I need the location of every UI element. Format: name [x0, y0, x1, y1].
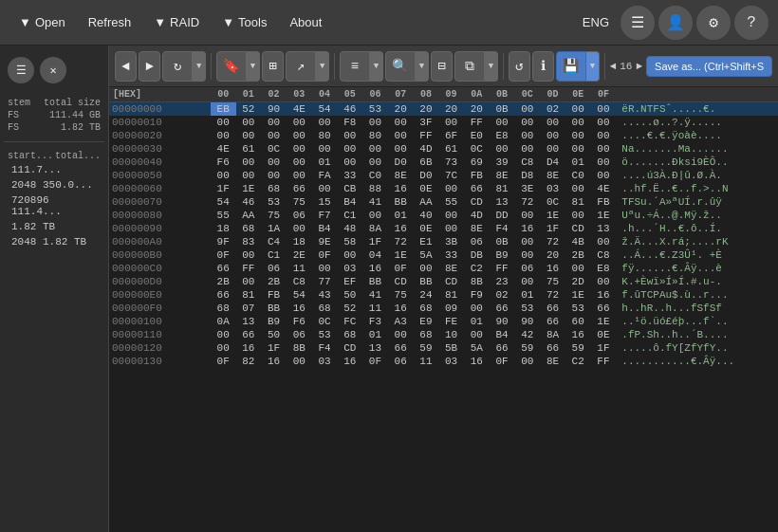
hex-cell[interactable]: 00 — [540, 142, 565, 156]
hex-cell[interactable]: 8E — [438, 262, 464, 275]
hex-cell[interactable]: C8 — [514, 156, 540, 169]
hex-cell[interactable]: 5A — [414, 248, 439, 262]
hex-cell[interactable]: F9 — [464, 288, 490, 302]
hex-cell[interactable]: 1F — [211, 182, 236, 195]
hex-cell[interactable]: DB — [464, 248, 490, 262]
hex-cell[interactable]: 11 — [414, 355, 439, 368]
table-row[interactable]: 000000A09F83C4189E581F72E13B060B00724B00… — [109, 235, 778, 248]
hex-cell[interactable]: 2E — [287, 248, 312, 262]
hex-cell[interactable]: 20 — [388, 102, 414, 117]
hex-cell[interactable]: 52 — [236, 102, 262, 117]
hex-cell[interactable]: 0E — [591, 328, 617, 341]
hex-cell[interactable]: 4E — [591, 182, 617, 195]
hex-cell[interactable]: 00 — [414, 262, 439, 275]
hex-cell[interactable]: 1F — [261, 341, 287, 355]
menu-open[interactable]: ▼ Open — [8, 0, 77, 46]
menu-refresh[interactable]: Refresh — [77, 0, 143, 46]
menu-about[interactable]: About — [278, 0, 333, 46]
hex-cell[interactable]: 00 — [464, 302, 490, 315]
hex-cell[interactable]: AA — [236, 209, 262, 222]
user-icon-btn[interactable]: 👤 — [658, 6, 693, 40]
hex-cell[interactable]: 00 — [514, 129, 540, 142]
hex-cell[interactable]: F4 — [312, 341, 338, 355]
hex-cell[interactable]: 00 — [211, 129, 236, 142]
hex-cell[interactable]: 11 — [287, 262, 312, 275]
hex-cell[interactable]: 00 — [236, 116, 262, 129]
hex-cell[interactable]: 61 — [438, 142, 464, 156]
hex-cell[interactable]: 9E — [312, 235, 338, 248]
hex-cell[interactable]: 00 — [591, 129, 617, 142]
hex-cell[interactable]: 00 — [565, 116, 591, 129]
hex-cell[interactable]: 59 — [514, 341, 540, 355]
hex-cell[interactable]: FF — [414, 129, 439, 142]
hex-cell[interactable]: 6F — [438, 129, 464, 142]
hex-cell[interactable]: 0C — [540, 195, 565, 209]
hex-cell[interactable]: 13 — [362, 341, 388, 355]
hex-cell[interactable]: 54 — [287, 288, 312, 302]
hex-cell[interactable]: 0C — [312, 315, 338, 328]
hex-cell[interactable]: 13 — [591, 222, 617, 235]
table-row[interactable]: 000000100000000000F800003F00FF0000000000… — [109, 116, 778, 129]
hex-cell[interactable]: 68 — [261, 182, 287, 195]
hex-cell[interactable]: 00 — [514, 248, 540, 262]
hex-cell[interactable]: 9F — [211, 235, 236, 248]
hex-cell[interactable]: 61 — [236, 142, 262, 156]
hex-cell[interactable]: 00 — [514, 355, 540, 368]
hex-cell[interactable]: 80 — [362, 129, 388, 142]
hex-cell[interactable]: 00 — [565, 262, 591, 275]
search-button[interactable]: 🔍 — [385, 51, 416, 82]
hex-cell[interactable]: 16 — [362, 262, 388, 275]
hex-cell[interactable]: 00 — [312, 116, 338, 129]
hex-cell[interactable]: 00 — [591, 156, 617, 169]
hex-container[interactable]: [HEX] 00 01 02 03 04 05 06 07 08 09 0A 0… — [109, 87, 778, 532]
hex-cell[interactable]: BB — [362, 275, 388, 288]
bookmark-button[interactable]: 🔖 — [216, 51, 247, 82]
hex-cell[interactable]: 3F — [414, 116, 439, 129]
hex-cell[interactable]: 59 — [414, 341, 439, 355]
hex-cell[interactable]: 00 — [362, 116, 388, 129]
menu-tools[interactable]: ▼ Tools — [211, 0, 278, 46]
hex-cell[interactable]: 20 — [414, 102, 439, 117]
hex-cell[interactable]: B4 — [337, 195, 362, 209]
hex-cell[interactable]: 00 — [261, 169, 287, 182]
hex-cell[interactable]: 2B — [565, 248, 591, 262]
hex-cell[interactable]: 53 — [312, 328, 338, 341]
hex-cell[interactable]: 90 — [261, 102, 287, 117]
hex-cell[interactable]: 68 — [312, 302, 338, 315]
table-row[interactable]: 0000008055AA7506F7C1000140004DDD001E001E… — [109, 209, 778, 222]
hex-cell[interactable]: 3E — [514, 182, 540, 195]
hex-cell[interactable]: 66 — [464, 182, 490, 195]
hex-cell[interactable]: 06 — [514, 262, 540, 275]
save-dropdown[interactable]: ▼ — [586, 51, 600, 82]
hex-cell[interactable]: 00 — [362, 209, 388, 222]
hex-cell[interactable]: B9 — [490, 248, 515, 262]
hex-cell[interactable]: 00 — [211, 341, 236, 355]
hex-cell[interactable]: 00 — [591, 169, 617, 182]
navigate-button[interactable]: ↗ — [286, 51, 316, 82]
hex-cell[interactable]: 00 — [211, 169, 236, 182]
hex-cell[interactable]: 01 — [388, 209, 414, 222]
hex-cell[interactable]: C1 — [261, 248, 287, 262]
hex-cell[interactable]: 1E — [591, 209, 617, 222]
sidebar-fs-row-0[interactable]: FS 111.44 GB — [6, 109, 102, 121]
list-button[interactable]: ≡ — [340, 51, 370, 82]
hex-cell[interactable]: C1 — [337, 209, 362, 222]
hex-cell[interactable]: 83 — [236, 235, 262, 248]
hex-cell[interactable]: CD — [565, 222, 591, 235]
hex-cell[interactable]: 66 — [287, 182, 312, 195]
hex-cell[interactable]: 53 — [565, 302, 591, 315]
hex-cell[interactable]: 88 — [362, 182, 388, 195]
hex-cell[interactable]: 00 — [236, 248, 262, 262]
hex-cell[interactable]: 10 — [438, 328, 464, 341]
hex-cell[interactable]: E8 — [591, 262, 617, 275]
hex-cell[interactable]: 4D — [464, 209, 490, 222]
hex-cell[interactable]: 53 — [362, 102, 388, 117]
hex-cell[interactable]: BB — [261, 302, 287, 315]
hex-cell[interactable]: 66 — [591, 302, 617, 315]
forward-button[interactable]: ► — [139, 51, 160, 82]
hex-cell[interactable]: 7C — [438, 169, 464, 182]
hex-cell[interactable]: 81 — [236, 288, 262, 302]
hex-cell[interactable]: 16 — [540, 262, 565, 275]
hex-cell[interactable]: 8E — [388, 169, 414, 182]
hex-cell[interactable]: 0E — [414, 182, 439, 195]
